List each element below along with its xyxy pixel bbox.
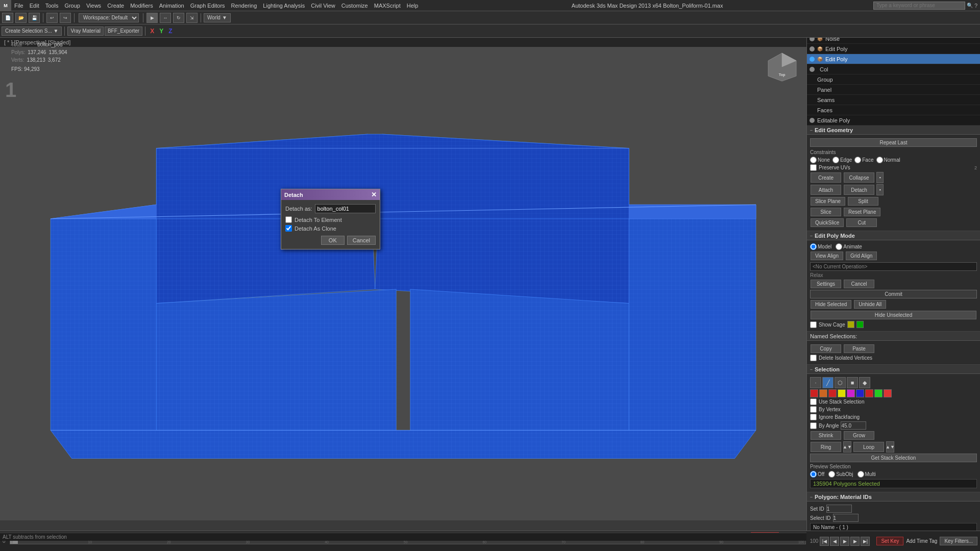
vertex-mode-btn[interactable]: · xyxy=(810,377,821,388)
create-sel-btn[interactable]: Create Selection S... ▼ xyxy=(2,27,62,36)
detach-btn[interactable]: Detach xyxy=(844,185,874,195)
hide-unselected-btn[interactable]: Hide Unselected xyxy=(811,311,976,319)
sel-color-yellow[interactable] xyxy=(838,389,846,397)
view-align-btn[interactable]: View Align xyxy=(811,252,843,260)
modifier-editpoly1[interactable]: 📦 Edit Poly xyxy=(807,44,980,54)
epm-header[interactable]: – Edit Poly Mode xyxy=(807,231,980,240)
nav-cube[interactable]: Top xyxy=(766,51,799,84)
workspace-select[interactable]: Workspace: Default xyxy=(79,13,139,22)
grid-align-btn[interactable]: Grid Align xyxy=(846,252,877,260)
commit-btn[interactable]: Commit xyxy=(810,290,977,298)
menu-lighting[interactable]: Lighting Analysis xyxy=(260,2,308,10)
detach-to-element-checkbox[interactable] xyxy=(285,216,292,223)
menu-help[interactable]: Help xyxy=(404,2,422,10)
get-stack-sel-btn[interactable]: Get Stack Selection xyxy=(810,454,977,462)
loop-stepper[interactable]: ▲▼ xyxy=(886,441,894,453)
viewport[interactable]: [ * ] [Perspective] [Shaded] 1 Top xyxy=(0,38,806,520)
border-mode-btn[interactable]: ⬡ xyxy=(835,377,846,388)
scale-btn[interactable]: ⇲ xyxy=(186,13,198,23)
open-btn[interactable]: 📂 xyxy=(15,13,27,23)
constraint-edge[interactable] xyxy=(832,157,839,163)
hide-selected-btn[interactable]: Hide Selected xyxy=(811,300,851,309)
collapse-btn[interactable]: Collapse xyxy=(844,172,874,183)
off-radio[interactable] xyxy=(810,471,817,478)
cut-btn[interactable]: Cut xyxy=(846,218,877,227)
constraint-face[interactable] xyxy=(854,157,861,163)
model-radio[interactable] xyxy=(810,243,817,250)
select-btn[interactable]: ▶ xyxy=(146,13,158,23)
search-input[interactable] xyxy=(873,2,965,10)
select-id-input[interactable] xyxy=(833,514,859,522)
cage-color2[interactable] xyxy=(856,321,864,328)
cage-color1[interactable] xyxy=(847,321,854,328)
paste-btn[interactable]: Paste xyxy=(844,344,874,353)
ignore-backfacing-checkbox[interactable] xyxy=(810,414,817,420)
bff-exporter-btn[interactable]: BFF_Exporter xyxy=(105,27,142,36)
show-cage-checkbox[interactable] xyxy=(810,321,817,328)
detach-settings-btn[interactable]: ▪ xyxy=(876,184,884,195)
modifier-col[interactable]: Col xyxy=(807,64,980,74)
sel-color-red[interactable] xyxy=(810,389,818,397)
copy-btn[interactable]: Copy xyxy=(811,344,841,353)
collapse-settings-btn[interactable]: ▪ xyxy=(876,172,884,183)
sel-color-green2[interactable] xyxy=(874,389,883,397)
ring-btn[interactable]: Ring xyxy=(811,442,841,452)
menu-modifiers[interactable]: Modifiers xyxy=(127,2,156,10)
new-btn[interactable]: 📄 xyxy=(2,13,13,23)
sel-color-pink[interactable] xyxy=(847,389,855,397)
detach-as-clone-checkbox[interactable] xyxy=(285,225,292,232)
close-icon[interactable]: ✕ xyxy=(371,191,377,198)
menu-edit[interactable]: Edit xyxy=(27,2,42,10)
grow-btn[interactable]: Grow xyxy=(844,431,874,440)
key-filters-btn[interactable]: Key Filters... xyxy=(940,537,977,545)
move-btn[interactable]: ↔ xyxy=(160,13,171,23)
play-btn[interactable]: ▶ xyxy=(840,537,849,546)
quickslice-btn[interactable]: QuickSlice xyxy=(811,218,844,227)
prev-frame-btn[interactable]: ◀ xyxy=(830,537,839,546)
ep-cancel-btn[interactable]: Cancel xyxy=(844,280,874,288)
sel-color-red3[interactable] xyxy=(884,389,892,397)
modifier-seams[interactable]: Seams xyxy=(807,95,980,105)
split-btn[interactable]: Split xyxy=(848,197,878,206)
sel-color-blue[interactable] xyxy=(856,389,864,397)
create-btn[interactable]: Create xyxy=(811,172,841,183)
reset-plane-btn[interactable]: Reset Plane xyxy=(844,208,880,216)
element-mode-btn[interactable]: ◆ xyxy=(859,377,870,388)
goto-end-btn[interactable]: ▶| xyxy=(861,537,870,546)
subobj-radio[interactable] xyxy=(828,471,835,478)
add-time-tag-btn[interactable]: Add Time Tag xyxy=(906,538,937,544)
multi-radio[interactable] xyxy=(857,471,864,478)
sel-header[interactable]: – Selection xyxy=(807,365,980,374)
detach-as-input[interactable] xyxy=(315,204,376,213)
sel-color-green[interactable] xyxy=(828,389,837,397)
sel-color-orange[interactable] xyxy=(819,389,827,397)
edge-mode-btn[interactable]: ╱ xyxy=(822,377,834,388)
detach-dialog-title[interactable]: Detach ✕ xyxy=(281,189,380,200)
z-axis-btn[interactable]: Z xyxy=(166,28,174,35)
menu-maxscript[interactable]: MAXScript xyxy=(371,2,404,10)
settings-btn[interactable]: Settings xyxy=(811,280,841,288)
vray-material-btn[interactable]: Vray Material xyxy=(67,27,104,36)
edit-geometry-header[interactable]: – Edit Geometry xyxy=(807,126,980,135)
menu-views[interactable]: Views xyxy=(83,2,104,10)
ring-stepper[interactable]: ▲▼ xyxy=(843,441,851,453)
set-key-btn[interactable]: Set Key xyxy=(876,537,903,545)
preserve-uvs-checkbox[interactable] xyxy=(810,164,817,171)
menu-rendering[interactable]: Rendering xyxy=(228,2,260,10)
slice-plane-btn[interactable]: Slice Plane xyxy=(811,197,845,206)
animate-radio[interactable] xyxy=(836,243,842,250)
menu-customize[interactable]: Customize xyxy=(338,2,371,10)
constraint-normal[interactable] xyxy=(876,157,883,163)
menu-tools[interactable]: Tools xyxy=(42,2,62,10)
reference-coord[interactable]: World ▼ xyxy=(204,13,231,22)
sel-color-red2[interactable] xyxy=(865,389,873,397)
use-stack-sel-checkbox[interactable] xyxy=(810,398,817,405)
y-axis-btn[interactable]: Y xyxy=(157,28,165,35)
cancel-button[interactable]: Cancel xyxy=(347,236,376,245)
attach-btn[interactable]: Attach xyxy=(811,185,841,195)
modifier-faces[interactable]: Faces xyxy=(807,105,980,115)
save-btn[interactable]: 💾 xyxy=(29,13,40,23)
menu-file[interactable]: File xyxy=(11,2,27,10)
goto-start-btn[interactable]: |◀ xyxy=(820,537,829,546)
undo-btn[interactable]: ↩ xyxy=(46,13,58,23)
